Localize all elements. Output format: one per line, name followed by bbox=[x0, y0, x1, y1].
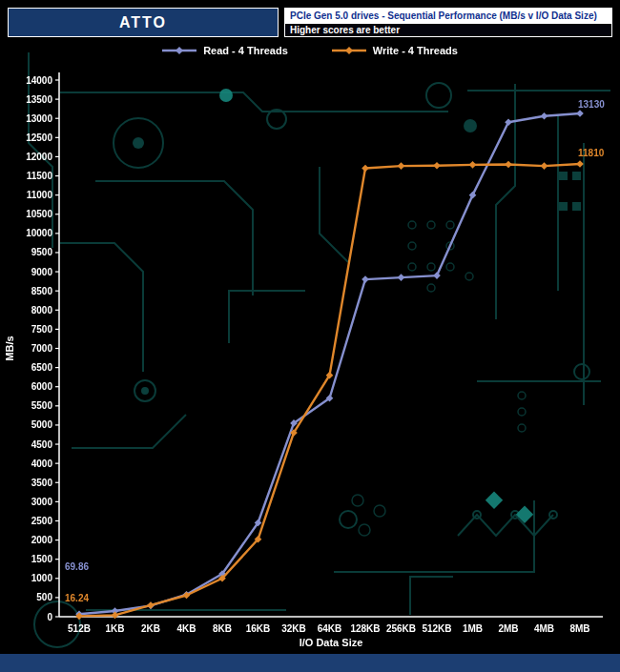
y-tick-label: 13500 bbox=[26, 94, 52, 105]
y-tick-label: 10000 bbox=[26, 228, 52, 238]
legend-label-write: Write - 4 Threads bbox=[373, 45, 458, 56]
read-series-line bbox=[79, 113, 580, 614]
y-tick-label: 2000 bbox=[31, 535, 53, 545]
y-tick-label: 8000 bbox=[31, 305, 53, 316]
x-tick-label: 1MB bbox=[463, 623, 483, 634]
write-data-marker bbox=[398, 162, 405, 170]
title-block: PCIe Gen 5.0 drives - Sequential Perform… bbox=[284, 8, 612, 37]
y-tick-label: 8500 bbox=[31, 286, 53, 296]
x-tick-label: 2MB bbox=[498, 623, 518, 634]
x-tick-label: 16KB bbox=[246, 623, 271, 634]
x-tick-label: 1KB bbox=[105, 623, 124, 634]
legend-item-read: Read - 4 Threads bbox=[162, 45, 288, 56]
chart-title: PCIe Gen 5.0 drives - Sequential Perform… bbox=[284, 8, 612, 24]
value-annotation: 13130 bbox=[578, 99, 605, 110]
y-tick-label: 5500 bbox=[31, 400, 53, 411]
x-tick-label: 8MB bbox=[569, 623, 589, 634]
y-tick-label: 4500 bbox=[31, 439, 53, 450]
y-tick-label: 7000 bbox=[31, 343, 53, 354]
y-tick-label: 0 bbox=[47, 612, 52, 622]
y-tick-label: 6500 bbox=[31, 362, 53, 373]
y-tick-label: 9500 bbox=[31, 247, 53, 257]
y-axis-title: MB/s bbox=[4, 336, 15, 360]
legend-label-read: Read - 4 Threads bbox=[203, 45, 288, 56]
write-data-marker bbox=[147, 601, 155, 609]
x-tick-label: 512B bbox=[68, 623, 91, 634]
y-tick-label: 11500 bbox=[27, 171, 53, 181]
read-data-marker bbox=[505, 118, 512, 126]
y-tick-label: 12500 bbox=[26, 132, 52, 143]
x-tick-label: 4KB bbox=[176, 623, 196, 634]
read-series-marker-icon bbox=[162, 46, 196, 55]
y-tick-label: 10500 bbox=[26, 209, 52, 219]
y-tick-label: 13000 bbox=[26, 113, 52, 124]
y-tick-label: 9000 bbox=[31, 267, 53, 277]
brand-label: ATTO bbox=[119, 14, 167, 31]
y-tick-label: 1500 bbox=[31, 554, 53, 564]
legend-item-write: Write - 4 Threads bbox=[332, 45, 458, 56]
x-tick-label: 256KB bbox=[386, 623, 416, 634]
read-data-marker bbox=[541, 112, 548, 120]
write-data-marker bbox=[362, 165, 369, 173]
write-data-marker bbox=[112, 612, 119, 620]
read-data-marker bbox=[433, 272, 441, 279]
y-tick-label: 3500 bbox=[31, 478, 53, 488]
y-tick-label: 11000 bbox=[27, 190, 53, 200]
y-tick-label: 14000 bbox=[26, 75, 52, 86]
y-tick-label: 500 bbox=[36, 592, 52, 602]
x-tick-label: 4MB bbox=[534, 623, 554, 634]
read-data-marker bbox=[398, 274, 405, 281]
y-tick-label: 1000 bbox=[31, 573, 53, 583]
header-bar: ATTO PCIe Gen 5.0 drives - Sequential Pe… bbox=[8, 8, 612, 37]
x-axis-title: I/O Data Size bbox=[300, 637, 363, 648]
x-tick-label: 128KB bbox=[350, 623, 380, 634]
x-tick-label: 2KB bbox=[141, 623, 160, 634]
write-data-marker bbox=[576, 160, 584, 168]
x-tick-label: 64KB bbox=[318, 623, 342, 634]
value-annotation: 16.24 bbox=[65, 593, 89, 603]
value-annotation: 69.86 bbox=[65, 561, 89, 572]
y-tick-label: 5000 bbox=[31, 419, 53, 430]
x-tick-label: 512KB bbox=[422, 623, 451, 634]
read-data-marker bbox=[576, 110, 584, 117]
footer-bar bbox=[0, 654, 620, 672]
write-series-marker-icon bbox=[332, 46, 366, 55]
y-tick-label: 2500 bbox=[31, 516, 53, 526]
read-data-marker bbox=[362, 275, 369, 283]
write-data-marker bbox=[469, 161, 477, 169]
y-tick-label: 4000 bbox=[31, 458, 53, 469]
brand-box: ATTO bbox=[8, 8, 279, 37]
write-data-marker bbox=[433, 162, 441, 170]
y-tick-label: 6000 bbox=[31, 381, 53, 392]
chart-subtitle: Higher scores are better bbox=[284, 24, 612, 37]
performance-line-chart: 0500100015002000250030003500400045005000… bbox=[0, 63, 620, 659]
y-tick-label: 7500 bbox=[31, 324, 53, 335]
read-data-marker bbox=[469, 192, 477, 199]
y-tick-label: 12000 bbox=[26, 152, 52, 162]
write-data-marker bbox=[505, 161, 512, 169]
chart-legend: Read - 4 Threads Write - 4 Threads bbox=[0, 45, 620, 56]
x-tick-label: 32KB bbox=[281, 623, 306, 634]
write-series-line bbox=[79, 164, 580, 616]
x-tick-label: 8KB bbox=[213, 623, 232, 634]
y-tick-label: 3000 bbox=[31, 497, 53, 507]
write-data-marker bbox=[541, 162, 548, 170]
value-annotation: 11810 bbox=[578, 148, 605, 158]
